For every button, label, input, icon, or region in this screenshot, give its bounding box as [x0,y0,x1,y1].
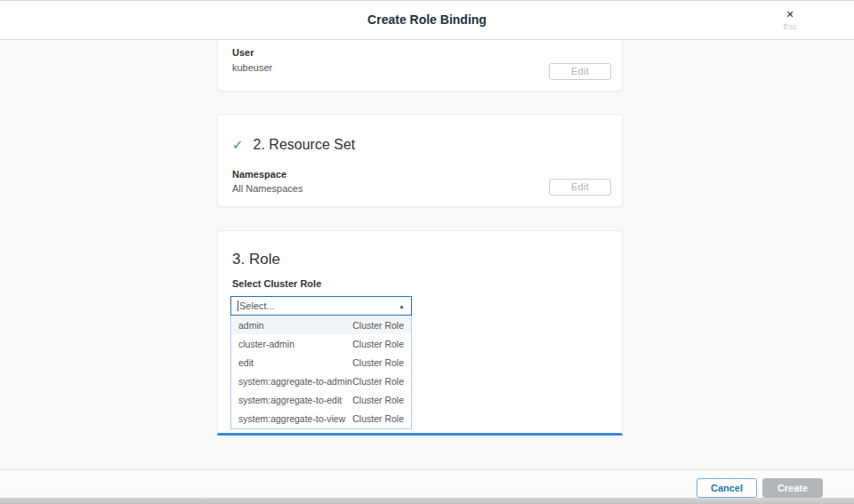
dropdown-option-edit[interactable]: edit Cluster Role [231,353,411,372]
modal-footer: Cancel Create [0,469,854,498]
dropdown-option-admin[interactable]: admin Cluster Role [231,316,411,334]
option-name: edit [238,357,254,368]
namespace-label: Namespace [232,169,286,180]
close-button[interactable]: ✕ Esc [773,9,807,31]
cluster-role-select[interactable]: Select... ▲ [230,296,412,316]
esc-hint: Esc [773,23,807,31]
user-label: User [232,47,254,58]
resource-set-heading: ✓ 2. Resource Set [232,137,355,153]
page-background-behind-modal [0,498,854,504]
card-resource-set: ✓ 2. Resource Set Namespace All Namespac… [217,114,623,207]
namespace-value: All Namespaces [232,183,302,194]
option-name: system:aggregate-to-edit [238,395,342,405]
option-name: cluster-admin [238,339,294,349]
dropdown-option-system-aggregate-to-admin[interactable]: system:aggregate-to-admin Cluster Role [231,372,411,391]
option-kind: Cluster Role [352,395,404,405]
cancel-button[interactable]: Cancel [697,478,757,498]
option-kind: Cluster Role [352,413,404,424]
option-name: admin [238,320,264,331]
select-cluster-role-label: Select Cluster Role [232,278,321,289]
dropdown-option-system-aggregate-to-edit[interactable]: system:aggregate-to-edit Cluster Role [231,391,411,410]
card-role: 3. Role Select Cluster Role Select... ▲ … [217,230,623,436]
cluster-role-dropdown: admin Cluster Role cluster-admin Cluster… [230,316,412,429]
option-name: system:aggregate-to-view [238,413,345,424]
text-cursor [238,300,238,311]
modal-header: Create Role Binding ✕ Esc [0,0,854,40]
close-icon[interactable]: ✕ [773,9,807,20]
edit-resource-set-button[interactable]: Edit [549,179,611,196]
option-name: system:aggregate-to-admin [238,376,352,387]
user-value: kubeuser [232,62,272,73]
role-heading: 3. Role [232,251,280,268]
modal-title: Create Role Binding [0,1,854,39]
dropdown-option-system-aggregate-to-view[interactable]: system:aggregate-to-view Cluster Role [231,410,411,428]
card-subject: User kubeuser Edit [217,40,623,92]
create-button[interactable]: Create [762,478,823,498]
option-kind: Cluster Role [352,339,404,349]
select-placeholder: Select... [239,300,399,311]
option-kind: Cluster Role [352,320,404,331]
modal-body: User kubeuser Edit ✓ 2. Resource Set Nam… [0,40,854,469]
option-kind: Cluster Role [352,376,404,387]
chevron-up-icon[interactable]: ▲ [399,303,405,309]
option-kind: Cluster Role [352,357,404,368]
check-icon: ✓ [232,137,244,153]
resource-set-heading-text: 2. Resource Set [254,137,356,153]
dropdown-option-cluster-admin[interactable]: cluster-admin Cluster Role [231,334,411,353]
edit-subject-button[interactable]: Edit [549,63,611,80]
